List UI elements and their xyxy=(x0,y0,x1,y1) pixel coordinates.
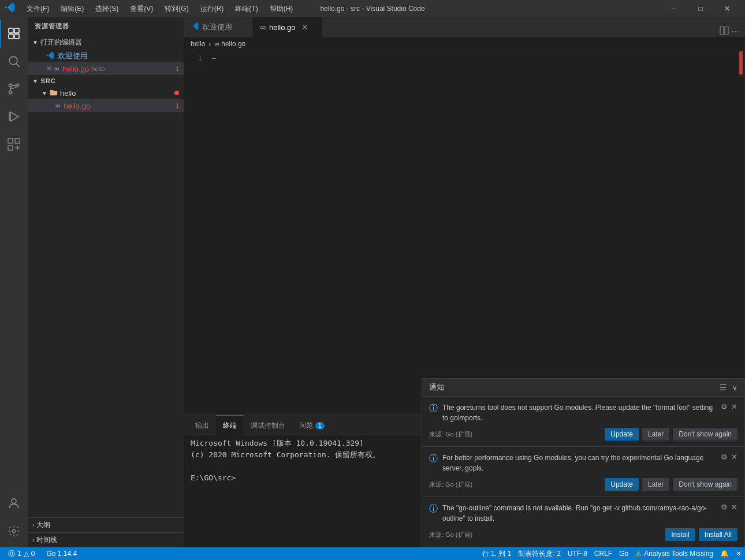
more-actions-icon[interactable]: ⋯ xyxy=(731,26,740,37)
tab-hello-go[interactable]: ∞ hello.go ✕ xyxy=(253,17,322,37)
activity-item-settings[interactable] xyxy=(0,517,28,545)
info-icon-3: ⓘ xyxy=(429,503,438,514)
status-language[interactable]: Go xyxy=(616,547,632,560)
file-hello-go[interactable]: ∞ hello.go 1 xyxy=(28,99,184,112)
panel-tab-terminal[interactable]: 终端 xyxy=(216,415,244,435)
open-editor-hello-go[interactable]: ✕ ∞ hello.go hello 1 xyxy=(28,62,184,75)
status-notifications-close[interactable]: ✕ xyxy=(732,547,745,560)
status-errors-warnings[interactable]: ⓪ 1 △ 0 xyxy=(5,547,38,560)
panel-tab-problems[interactable]: 问题 1 xyxy=(292,415,331,435)
language-label: Go xyxy=(619,550,628,558)
output-tab-label: 输出 xyxy=(195,421,209,431)
notification-2-later-button[interactable]: Later xyxy=(642,478,669,491)
status-notifications-bell[interactable]: 🔔 xyxy=(717,547,732,560)
svg-line-5 xyxy=(17,64,20,68)
status-tab-size[interactable]: 制表符长度: 2 xyxy=(515,547,564,560)
notification-1-update-button[interactable]: Update xyxy=(605,428,639,440)
notification-list-icon[interactable]: ☰ xyxy=(720,383,727,392)
menu-select[interactable]: 选择(S) xyxy=(91,3,123,15)
tab-bar-actions[interactable]: ⋯ xyxy=(715,26,745,37)
notification-header-actions: ☰ ∨ xyxy=(720,383,737,392)
vscode-file-icon xyxy=(46,51,54,61)
status-line-endings[interactable]: CRLF xyxy=(591,547,616,560)
svg-rect-2 xyxy=(9,34,13,39)
notification-1-close-icon[interactable]: ✕ xyxy=(731,402,737,411)
scroll-thumb[interactable] xyxy=(739,51,743,74)
sidebar-section-timeline[interactable]: › 时间线 xyxy=(28,532,184,547)
activity-item-run[interactable] xyxy=(0,103,28,130)
close-file-icon[interactable]: ✕ xyxy=(46,65,52,73)
notification-1-footer: 来源: Go (扩展) Update Later Don't show agai… xyxy=(429,428,737,440)
sidebar-section-open-editors[interactable]: ▼ 打开的编辑器 xyxy=(28,35,184,50)
sidebar-section-outline[interactable]: › 大纲 xyxy=(28,517,184,532)
activity-item-explorer[interactable] xyxy=(0,20,28,47)
sidebar-section-src[interactable]: ▼ SRC xyxy=(28,75,184,87)
activity-item-extensions[interactable] xyxy=(0,130,28,158)
svg-point-4 xyxy=(9,57,17,65)
editor-content[interactable]: 1 ~ xyxy=(184,50,745,415)
notification-2-close-icon[interactable]: ✕ xyxy=(731,453,737,461)
menu-terminal[interactable]: 终端(T) xyxy=(230,3,262,15)
problems-badge: 1 xyxy=(315,422,325,430)
svg-marker-9 xyxy=(10,112,18,121)
terminal-tab-label: 终端 xyxy=(223,421,237,431)
cursor-pos-label: 行 1, 列 1 xyxy=(482,549,512,559)
titlebar-menu[interactable]: 文件(F) 编辑(E) 选择(S) 查看(V) 转到(G) 运行(R) 终端(T… xyxy=(22,3,297,15)
warning-count-status: 0 xyxy=(31,550,35,558)
menu-goto[interactable]: 转到(G) xyxy=(160,3,193,15)
notification-3-install-all-button[interactable]: Install All xyxy=(699,528,737,541)
breadcrumb-file[interactable]: ∞ hello.go xyxy=(214,40,245,48)
outline-label: 大纲 xyxy=(36,520,50,530)
breadcrumb-hello[interactable]: hello xyxy=(191,40,205,48)
svg-rect-17 xyxy=(725,27,728,35)
file-path-hint: hello xyxy=(91,65,105,72)
notification-collapse-icon[interactable]: ∨ xyxy=(732,383,737,392)
window-controls[interactable]: ─ □ ✕ xyxy=(661,0,740,17)
split-editor-icon[interactable] xyxy=(720,26,729,37)
notification-item-2: ⓘ For better performance using Go module… xyxy=(422,447,744,497)
status-go-version[interactable]: Go 1.14.4 xyxy=(43,547,80,560)
welcome-tab-icon xyxy=(191,22,199,32)
panel-tab-output[interactable]: 输出 xyxy=(188,415,216,435)
notification-3-gear-icon[interactable]: ⚙ xyxy=(721,503,728,512)
svg-rect-12 xyxy=(15,139,20,143)
menu-run[interactable]: 运行(R) xyxy=(196,3,229,15)
activity-item-account[interactable] xyxy=(0,490,28,517)
notification-1-dont-show-button[interactable]: Don't show again xyxy=(673,428,737,440)
notification-2-text: For better performance using Go modules,… xyxy=(442,453,716,473)
notification-3-close-icon[interactable]: ✕ xyxy=(731,503,737,512)
notification-1-gear-icon[interactable]: ⚙ xyxy=(721,402,728,411)
notification-2-dont-show-button[interactable]: Don't show again xyxy=(673,478,737,491)
problems-tab-label: 问题 xyxy=(299,421,313,431)
hello-go-tab-label: hello.go xyxy=(269,23,296,32)
notification-1-later-button[interactable]: Later xyxy=(642,428,669,440)
menu-help[interactable]: 帮助(H) xyxy=(265,3,298,15)
tab-close-icon[interactable]: ✕ xyxy=(301,23,308,32)
menu-view[interactable]: 查看(V) xyxy=(125,3,158,15)
minimize-button[interactable]: ─ xyxy=(661,0,687,17)
scroll-indicator[interactable] xyxy=(737,50,745,415)
status-cursor-position[interactable]: 行 1, 列 1 xyxy=(479,547,515,560)
notification-3-text: The "go-outline" command is not availabl… xyxy=(442,503,716,524)
notification-2-gear-icon[interactable]: ⚙ xyxy=(721,453,728,461)
code-editor[interactable]: ~ xyxy=(207,50,737,415)
notification-2-update-button[interactable]: Update xyxy=(605,478,639,491)
svg-rect-0 xyxy=(9,28,13,33)
maximize-button[interactable]: □ xyxy=(687,0,714,17)
menu-edit[interactable]: 编辑(E) xyxy=(56,3,88,15)
chevron-right-icon-outline: › xyxy=(32,522,34,528)
code-line-1: ~ xyxy=(211,53,732,64)
notification-item-1: ⓘ The goreturns tool does not support Go… xyxy=(422,397,744,447)
status-analysis-warning[interactable]: ⚠ Analysis Tools Missing xyxy=(632,547,717,560)
tab-welcome[interactable]: 欢迎使用 xyxy=(184,17,253,37)
activity-item-source-control[interactable] xyxy=(0,75,28,103)
notification-3-install-button[interactable]: Install xyxy=(665,528,695,541)
status-encoding[interactable]: UTF-8 xyxy=(564,547,591,560)
activity-item-search[interactable] xyxy=(0,47,28,75)
folder-hello[interactable]: ▼ hello xyxy=(28,87,184,99)
info-icon-1: ⓘ xyxy=(429,403,438,414)
close-button[interactable]: ✕ xyxy=(714,0,740,17)
panel-tab-debug-console[interactable]: 调试控制台 xyxy=(244,415,292,435)
menu-file[interactable]: 文件(F) xyxy=(22,3,54,15)
open-editor-welcome[interactable]: 欢迎使用 xyxy=(28,50,184,62)
